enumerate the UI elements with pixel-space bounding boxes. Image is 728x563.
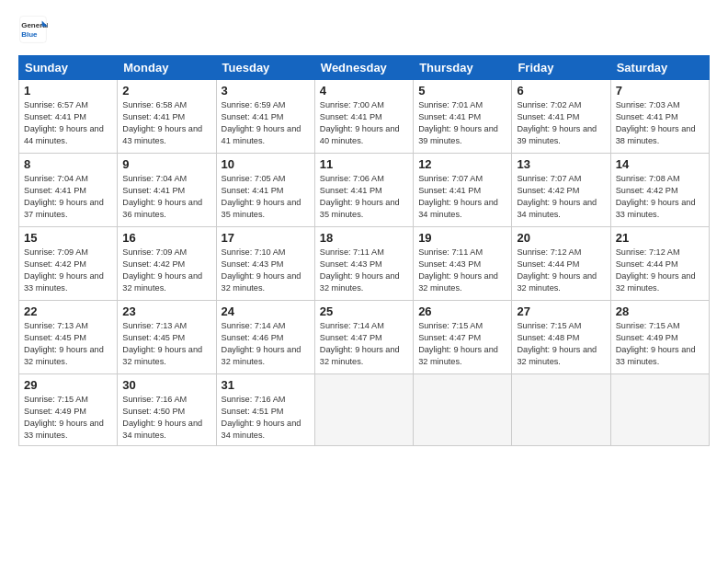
weekday-header-friday: Friday — [512, 56, 610, 80]
weekday-header-thursday: Thursday — [414, 56, 512, 80]
calendar-cell: 5Sunrise: 7:01 AMSunset: 4:41 PMDaylight… — [414, 80, 512, 154]
calendar-cell: 26Sunrise: 7:15 AMSunset: 4:47 PMDayligh… — [414, 301, 512, 374]
day-info: Sunrise: 7:15 AMSunset: 4:49 PMDaylight:… — [24, 394, 112, 442]
calendar-cell: 13Sunrise: 7:07 AMSunset: 4:42 PMDayligh… — [512, 154, 610, 227]
calendar-cell: 27Sunrise: 7:15 AMSunset: 4:48 PMDayligh… — [512, 301, 610, 374]
calendar-cell: 14Sunrise: 7:08 AMSunset: 4:42 PMDayligh… — [610, 154, 709, 227]
calendar-cell: 22Sunrise: 7:13 AMSunset: 4:45 PMDayligh… — [19, 301, 118, 374]
day-info: Sunrise: 7:15 AMSunset: 4:47 PMDaylight:… — [418, 320, 506, 368]
calendar-cell: 1Sunrise: 6:57 AMSunset: 4:41 PMDaylight… — [19, 80, 118, 154]
calendar-week-5: 29Sunrise: 7:15 AMSunset: 4:49 PMDayligh… — [19, 374, 710, 446]
day-number: 1 — [24, 84, 112, 98]
day-number: 13 — [517, 157, 605, 171]
day-info: Sunrise: 7:10 AMSunset: 4:43 PMDaylight:… — [222, 247, 310, 294]
day-number: 17 — [222, 231, 310, 245]
day-number: 24 — [222, 304, 310, 318]
day-number: 30 — [122, 378, 210, 392]
page: General Blue SundayMondayTuesdayWednesda… — [0, 0, 728, 563]
weekday-header-monday: Monday — [118, 56, 216, 80]
day-number: 28 — [616, 304, 704, 318]
calendar-cell: 28Sunrise: 7:15 AMSunset: 4:49 PMDayligh… — [610, 301, 709, 374]
calendar-cell: 9Sunrise: 7:04 AMSunset: 4:41 PMDaylight… — [118, 154, 216, 227]
day-info: Sunrise: 6:58 AMSunset: 4:41 PMDaylight:… — [122, 99, 210, 147]
logo-icon: General Blue — [18, 15, 48, 44]
calendar-week-4: 22Sunrise: 7:13 AMSunset: 4:45 PMDayligh… — [19, 301, 710, 374]
calendar-cell: 10Sunrise: 7:05 AMSunset: 4:41 PMDayligh… — [216, 154, 314, 227]
day-number: 10 — [222, 157, 310, 171]
day-number: 23 — [122, 304, 210, 318]
day-info: Sunrise: 7:12 AMSunset: 4:44 PMDaylight:… — [616, 247, 704, 294]
day-info: Sunrise: 7:01 AMSunset: 4:41 PMDaylight:… — [418, 99, 506, 147]
day-info: Sunrise: 7:13 AMSunset: 4:45 PMDaylight:… — [24, 320, 112, 368]
day-info: Sunrise: 7:03 AMSunset: 4:41 PMDaylight:… — [616, 99, 704, 147]
logo: General Blue — [18, 15, 51, 44]
calendar-cell: 18Sunrise: 7:11 AMSunset: 4:43 PMDayligh… — [314, 227, 413, 301]
calendar-cell: 11Sunrise: 7:06 AMSunset: 4:41 PMDayligh… — [314, 154, 413, 227]
calendar-cell: 15Sunrise: 7:09 AMSunset: 4:42 PMDayligh… — [19, 227, 118, 301]
weekday-header-wednesday: Wednesday — [314, 56, 413, 80]
day-info: Sunrise: 7:05 AMSunset: 4:41 PMDaylight:… — [222, 173, 310, 221]
day-number: 14 — [616, 157, 704, 171]
header: General Blue — [18, 15, 710, 44]
day-info: Sunrise: 7:15 AMSunset: 4:49 PMDaylight:… — [616, 320, 704, 368]
calendar-cell — [512, 374, 610, 446]
day-info: Sunrise: 7:07 AMSunset: 4:41 PMDaylight:… — [418, 173, 506, 221]
weekday-header-saturday: Saturday — [610, 56, 709, 80]
day-info: Sunrise: 7:11 AMSunset: 4:43 PMDaylight:… — [418, 247, 506, 294]
day-info: Sunrise: 7:13 AMSunset: 4:45 PMDaylight:… — [122, 320, 210, 368]
calendar-cell: 8Sunrise: 7:04 AMSunset: 4:41 PMDaylight… — [19, 154, 118, 227]
day-info: Sunrise: 7:06 AMSunset: 4:41 PMDaylight:… — [320, 173, 408, 221]
calendar-cell — [314, 374, 413, 446]
day-info: Sunrise: 6:57 AMSunset: 4:41 PMDaylight:… — [24, 99, 112, 147]
day-number: 4 — [320, 84, 408, 98]
calendar-cell — [414, 374, 512, 446]
day-number: 29 — [24, 378, 112, 392]
calendar-cell: 6Sunrise: 7:02 AMSunset: 4:41 PMDaylight… — [512, 80, 610, 154]
day-info: Sunrise: 7:16 AMSunset: 4:50 PMDaylight:… — [122, 394, 210, 442]
day-number: 11 — [320, 157, 408, 171]
svg-text:Blue: Blue — [21, 30, 38, 39]
day-info: Sunrise: 7:14 AMSunset: 4:46 PMDaylight:… — [222, 320, 310, 368]
calendar-cell: 2Sunrise: 6:58 AMSunset: 4:41 PMDaylight… — [118, 80, 216, 154]
calendar-week-3: 15Sunrise: 7:09 AMSunset: 4:42 PMDayligh… — [19, 227, 710, 301]
day-info: Sunrise: 7:15 AMSunset: 4:48 PMDaylight:… — [517, 320, 605, 368]
calendar-table: SundayMondayTuesdayWednesdayThursdayFrid… — [18, 55, 710, 446]
day-number: 3 — [222, 84, 310, 98]
day-info: Sunrise: 7:09 AMSunset: 4:42 PMDaylight:… — [24, 247, 112, 294]
calendar-cell: 7Sunrise: 7:03 AMSunset: 4:41 PMDaylight… — [610, 80, 709, 154]
day-number: 8 — [24, 157, 112, 171]
day-info: Sunrise: 7:08 AMSunset: 4:42 PMDaylight:… — [616, 173, 704, 221]
calendar-cell: 19Sunrise: 7:11 AMSunset: 4:43 PMDayligh… — [414, 227, 512, 301]
day-number: 18 — [320, 231, 408, 245]
day-info: Sunrise: 7:04 AMSunset: 4:41 PMDaylight:… — [24, 173, 112, 221]
day-number: 26 — [418, 304, 506, 318]
calendar-cell: 3Sunrise: 6:59 AMSunset: 4:41 PMDaylight… — [216, 80, 314, 154]
calendar-cell: 16Sunrise: 7:09 AMSunset: 4:42 PMDayligh… — [118, 227, 216, 301]
day-number: 16 — [122, 231, 210, 245]
day-number: 5 — [418, 84, 506, 98]
day-number: 31 — [222, 378, 310, 392]
calendar-cell: 4Sunrise: 7:00 AMSunset: 4:41 PMDaylight… — [314, 80, 413, 154]
day-info: Sunrise: 7:16 AMSunset: 4:51 PMDaylight:… — [222, 394, 310, 442]
day-number: 25 — [320, 304, 408, 318]
day-number: 7 — [616, 84, 704, 98]
day-number: 22 — [24, 304, 112, 318]
calendar-cell: 29Sunrise: 7:15 AMSunset: 4:49 PMDayligh… — [19, 374, 118, 446]
day-number: 27 — [517, 304, 605, 318]
calendar-cell: 21Sunrise: 7:12 AMSunset: 4:44 PMDayligh… — [610, 227, 709, 301]
day-info: Sunrise: 7:04 AMSunset: 4:41 PMDaylight:… — [122, 173, 210, 221]
calendar-week-1: 1Sunrise: 6:57 AMSunset: 4:41 PMDaylight… — [19, 80, 710, 154]
day-number: 15 — [24, 231, 112, 245]
calendar-cell: 20Sunrise: 7:12 AMSunset: 4:44 PMDayligh… — [512, 227, 610, 301]
calendar-cell: 25Sunrise: 7:14 AMSunset: 4:47 PMDayligh… — [314, 301, 413, 374]
day-info: Sunrise: 7:09 AMSunset: 4:42 PMDaylight:… — [122, 247, 210, 294]
day-number: 12 — [418, 157, 506, 171]
day-info: Sunrise: 7:14 AMSunset: 4:47 PMDaylight:… — [320, 320, 408, 368]
day-info: Sunrise: 7:11 AMSunset: 4:43 PMDaylight:… — [320, 247, 408, 294]
day-number: 21 — [616, 231, 704, 245]
calendar-cell: 23Sunrise: 7:13 AMSunset: 4:45 PMDayligh… — [118, 301, 216, 374]
day-number: 2 — [122, 84, 210, 98]
calendar-cell: 12Sunrise: 7:07 AMSunset: 4:41 PMDayligh… — [414, 154, 512, 227]
day-number: 6 — [517, 84, 605, 98]
calendar-cell — [610, 374, 709, 446]
